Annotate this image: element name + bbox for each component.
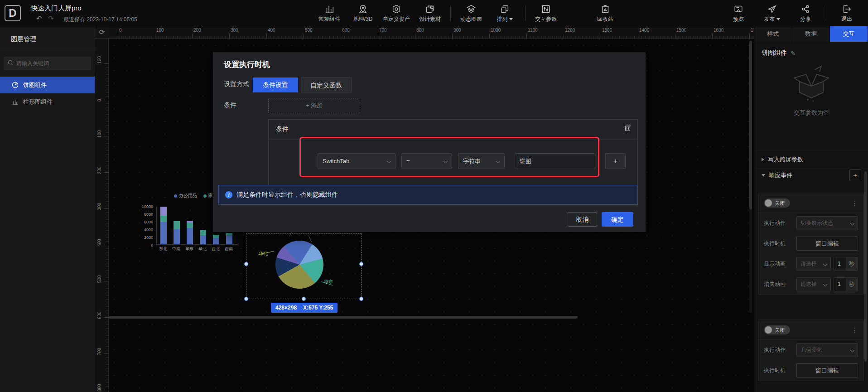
row-label: 显示动画	[764, 260, 796, 268]
tool-preview[interactable]: 预览	[722, 0, 755, 26]
selection-handle[interactable]	[244, 262, 248, 266]
selection-size-badge: 428×298 X:575 Y:255	[271, 303, 338, 313]
x-axis-label: 东北	[157, 246, 169, 252]
condition-type-select[interactable]: 字符串	[458, 153, 505, 169]
add-condition-button[interactable]: + 添加	[268, 98, 360, 113]
window-edit-button[interactable]: 窗口编辑	[796, 237, 858, 251]
execution-timing-modal: 设置执行时机 设置方式 条件设置 自定义函数 条件 + 添加 条件 Switch…	[213, 52, 646, 232]
app-logo[interactable]: D	[5, 5, 21, 21]
duration-input[interactable]: 1秒	[834, 277, 858, 291]
enable-toggle[interactable]: 关闭	[764, 198, 790, 208]
tab-custom-function[interactable]: 自定义函数	[301, 77, 352, 92]
chevron-down-icon	[444, 159, 448, 164]
edit-pencil-icon[interactable]: ✎	[791, 50, 796, 57]
redo-icon[interactable]: ↷	[48, 15, 54, 23]
layer-item-柱形图组件[interactable]: 柱形图组件	[0, 93, 95, 110]
kebab-menu-icon[interactable]: ⋮	[852, 202, 858, 204]
kebab-menu-icon[interactable]: ⋮	[852, 329, 858, 331]
bar-chart-icon	[324, 4, 334, 15]
tool-geo3d[interactable]: 地理/3D	[346, 0, 380, 26]
search-input[interactable]	[16, 60, 84, 67]
horizontal-scrollbar[interactable]	[109, 316, 578, 319]
info-icon: i	[225, 191, 232, 198]
tool-dynamic-layers[interactable]: 动态图层	[454, 0, 488, 26]
tool-design-material[interactable]: 设计素材	[413, 0, 447, 26]
window-edit-button[interactable]: 窗口编辑	[796, 363, 858, 377]
condition-label: 条件	[224, 101, 236, 109]
bar-chart-y-axis: 0200040006000800010000	[136, 204, 154, 247]
section-response-events[interactable]: 响应事件 +	[754, 167, 868, 184]
y-axis-label: 8000	[144, 212, 153, 217]
unit-label: 秒	[846, 257, 858, 271]
tool-custom-assets[interactable]: 自定义资产	[380, 0, 413, 26]
sliders-icon	[541, 4, 551, 15]
tool-share[interactable]: 分享	[789, 0, 822, 26]
pie-chart-component[interactable]: 华北华东	[246, 233, 362, 299]
enable-toggle[interactable]: 关闭	[764, 325, 790, 334]
unit-label: 秒	[846, 278, 858, 291]
panel-tab-样式[interactable]: 样式	[754, 26, 792, 42]
duration-input[interactable]: 1秒	[834, 257, 858, 271]
selection-handle[interactable]	[359, 262, 363, 266]
bar-华东	[187, 221, 193, 244]
row-label: 执行动作	[764, 346, 796, 354]
tool-exit[interactable]: 退出	[830, 0, 863, 26]
chevron-down-icon	[823, 262, 828, 266]
pie-chart-graphic	[275, 241, 323, 289]
x-axis-label: 西北	[209, 246, 222, 252]
tool-components[interactable]: 常规组件	[313, 0, 346, 26]
selection-position: X:575 Y:255	[303, 305, 333, 311]
ruler-reset-icon[interactable]: ⟳	[95, 26, 109, 39]
card-row: 执行动作几何变化	[758, 340, 863, 360]
delete-condition-icon[interactable]	[624, 124, 631, 133]
vertical-scrollbar[interactable]	[749, 41, 752, 313]
legend-item[interactable]: 办公用品	[174, 193, 197, 199]
add-sub-condition-button[interactable]: +	[605, 153, 626, 169]
panel-tab-数据[interactable]: 数据	[792, 26, 830, 42]
tool-publish[interactable]: 发布	[755, 0, 789, 26]
card-row: 显示动画请选择1秒	[758, 254, 863, 274]
add-event-button[interactable]: +	[849, 169, 861, 181]
bar-东北	[160, 207, 167, 244]
tool-label: 设计素材	[419, 15, 441, 23]
selection-handle[interactable]	[302, 297, 306, 301]
row-select[interactable]: 切换展示状态	[796, 216, 858, 230]
tool-interaction-params[interactable]: 交互参数	[529, 0, 563, 26]
tool-recycle-bin[interactable]: 回收站	[588, 0, 622, 26]
bar-chart-legend: 办公用品家具	[174, 193, 217, 199]
undo-icon[interactable]: ↶	[36, 15, 42, 23]
layer-search[interactable]	[4, 57, 91, 70]
x-axis-label: 中南	[170, 246, 183, 252]
animation-select[interactable]: 请选择	[796, 277, 831, 291]
tool-arrange[interactable]: 排列	[488, 0, 521, 26]
design-icon	[425, 4, 435, 15]
caret-down-icon	[509, 18, 513, 20]
tool-label: 分享	[800, 15, 811, 23]
tool-label: 预览	[733, 15, 744, 23]
condition-value-input[interactable]: 饼图	[515, 153, 595, 169]
condition-variable-select[interactable]: SwitchTab	[318, 153, 395, 169]
layer-item-饼图组件[interactable]: 饼图组件	[0, 77, 95, 93]
selection-handle[interactable]	[359, 297, 363, 301]
condition-card-title: 条件	[276, 125, 289, 133]
project-title[interactable]: 快速入门大屏pro	[31, 4, 82, 13]
animation-select[interactable]: 请选择	[796, 257, 831, 271]
condition-operator-select[interactable]: =	[401, 153, 452, 169]
cancel-button[interactable]: 取消	[568, 212, 597, 227]
layers-icon	[466, 4, 476, 15]
exit-icon	[842, 4, 852, 15]
tab-condition-setting[interactable]: 条件设置	[253, 77, 298, 92]
y-axis-label: 10000	[142, 204, 153, 209]
panel-scrollbar[interactable]	[864, 171, 867, 362]
row-select[interactable]: 几何变化	[796, 343, 858, 357]
confirm-button[interactable]: 确定	[602, 212, 633, 227]
panel-tab-交互[interactable]: 交互	[830, 26, 868, 42]
last-saved-text: 最近保存 2023-10-17 14:05:05	[63, 16, 137, 24]
selection-handle[interactable]	[244, 297, 248, 301]
chevron-down-icon	[823, 282, 828, 287]
section-write-params[interactable]: 写入跨屏参数	[754, 152, 868, 166]
chevron-down-icon	[496, 159, 501, 164]
pie-mini-icon	[12, 82, 19, 88]
y-axis-label: 4000	[144, 227, 153, 232]
row-label: 执行时机	[764, 367, 796, 374]
